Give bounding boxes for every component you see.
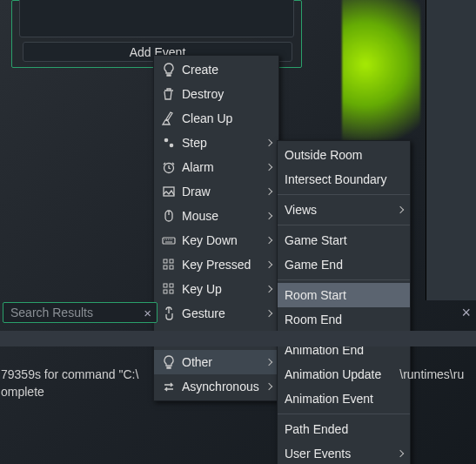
chevron-right-icon bbox=[265, 286, 272, 293]
menu-item-mouse[interactable]: Mouse bbox=[154, 204, 278, 228]
menu-item-label: Key Up bbox=[182, 282, 263, 296]
chevron-right-icon bbox=[265, 310, 272, 317]
menu-item-create[interactable]: Create bbox=[154, 57, 278, 82]
trash-icon bbox=[161, 86, 177, 102]
right-panel bbox=[426, 0, 476, 300]
menu-item-label: Room Start bbox=[285, 288, 403, 302]
menu-item-label: User Events bbox=[285, 447, 394, 461]
menu-item-key-up[interactable]: Key Up bbox=[154, 277, 278, 301]
submenu-item-user-events[interactable]: User Events bbox=[278, 441, 410, 464]
submenu-item-room-end[interactable]: Room End bbox=[278, 307, 410, 332]
clear-search-icon[interactable]: × bbox=[144, 306, 151, 320]
menu-separator bbox=[278, 414, 410, 414]
chevron-right-icon bbox=[265, 164, 272, 171]
menu-item-draw[interactable]: Draw bbox=[154, 179, 278, 204]
events-list-box bbox=[19, 0, 294, 37]
submenu-item-game-start[interactable]: Game Start bbox=[278, 228, 410, 252]
menu-item-label: Alarm bbox=[182, 160, 263, 174]
event-context-menu[interactable]: CreateDestroyClean UpStepAlarmDrawMouseK… bbox=[153, 55, 279, 401]
chevron-right-icon bbox=[397, 206, 404, 213]
menu-item-label: Key Pressed bbox=[182, 258, 263, 272]
keypad-icon bbox=[161, 257, 177, 272]
submenu-item-game-end[interactable]: Game End bbox=[278, 252, 410, 277]
search-results-bar[interactable]: Search Results × bbox=[3, 302, 158, 323]
menu-item-label: Views bbox=[285, 203, 394, 217]
submenu-item-room-start[interactable]: Room Start bbox=[278, 283, 410, 307]
menu-item-label: Room End bbox=[285, 313, 403, 326]
menu-item-label: Draw bbox=[182, 185, 263, 198]
bulb-icon bbox=[161, 62, 177, 77]
chevron-right-icon bbox=[265, 212, 272, 219]
touch-icon bbox=[161, 306, 177, 321]
chevron-right-icon bbox=[265, 237, 272, 244]
menu-item-clean-up[interactable]: Clean Up bbox=[154, 106, 278, 131]
menu-item-label: Create bbox=[182, 63, 272, 77]
image-icon bbox=[161, 184, 177, 199]
menu-item-label: Game End bbox=[285, 258, 403, 272]
menu-item-step[interactable]: Step bbox=[154, 131, 278, 155]
tab-strip bbox=[0, 331, 476, 346]
clock-icon bbox=[161, 159, 177, 175]
menu-item-key-down[interactable]: Key Down bbox=[154, 228, 278, 252]
menu-item-label: Key Down bbox=[182, 233, 263, 247]
submenu-item-intersect-boundary[interactable]: Intersect Boundary bbox=[278, 167, 410, 192]
footsteps-icon bbox=[161, 135, 177, 151]
menu-item-label: Intersect Boundary bbox=[285, 172, 403, 186]
menu-item-destroy[interactable]: Destroy bbox=[154, 82, 278, 106]
menu-item-alarm[interactable]: Alarm bbox=[154, 155, 278, 179]
menu-item-label: Path Ended bbox=[285, 422, 403, 436]
keypad-icon bbox=[161, 281, 177, 297]
menu-item-label: Outside Room bbox=[285, 148, 403, 162]
mouse-icon bbox=[161, 208, 177, 224]
submenu-item-outside-room[interactable]: Outside Room bbox=[278, 143, 410, 167]
menu-item-label: Destroy bbox=[182, 87, 272, 101]
menu-separator bbox=[278, 225, 410, 225]
submenu-item-path-ended[interactable]: Path Ended bbox=[278, 417, 410, 441]
submenu-item-views[interactable]: Views bbox=[278, 198, 410, 222]
keyboard-icon bbox=[161, 232, 177, 248]
chevron-right-icon bbox=[265, 139, 272, 146]
menu-item-label: Gesture bbox=[182, 306, 263, 320]
menu-item-label: Step bbox=[182, 136, 263, 150]
broom-icon bbox=[161, 111, 177, 126]
chevron-right-icon bbox=[265, 261, 272, 268]
output-log: 79359s for command "C:\\runtimes\ru ompl… bbox=[0, 366, 476, 400]
menu-separator bbox=[278, 279, 410, 280]
search-placeholder: Search Results bbox=[10, 306, 93, 319]
menu-separator bbox=[278, 194, 410, 195]
chevron-right-icon bbox=[265, 359, 272, 366]
chevron-right-icon bbox=[265, 188, 272, 195]
menu-item-label: Game Start bbox=[285, 233, 403, 247]
close-icon[interactable]: × bbox=[461, 304, 471, 322]
menu-item-label: Clean Up bbox=[182, 111, 272, 125]
menu-item-label: Mouse bbox=[182, 209, 263, 223]
other-submenu[interactable]: Outside RoomIntersect BoundaryViewsGame … bbox=[277, 140, 411, 464]
chevron-right-icon bbox=[397, 450, 404, 457]
menu-item-key-pressed[interactable]: Key Pressed bbox=[154, 252, 278, 277]
menu-item-gesture[interactable]: Gesture bbox=[154, 301, 278, 326]
